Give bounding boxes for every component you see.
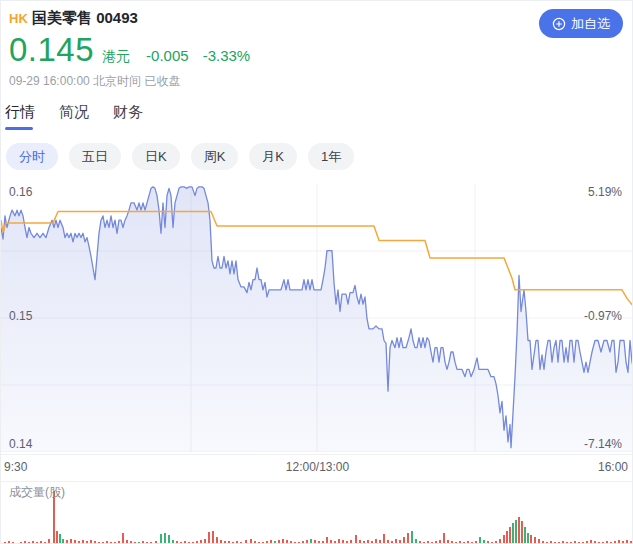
main-tabs: 行情 简况 财务 [5,103,143,130]
price-chart-canvas[interactable] [1,184,633,452]
add-watchlist-label: 加自选 [571,15,610,33]
tab-profile[interactable]: 简况 [59,103,89,130]
price-change: -0.005 [146,47,189,64]
y-axis-label-high: 0.16 [9,185,32,199]
period-1year[interactable]: 1年 [308,143,354,170]
chart-divider [1,454,633,455]
tab-quotes[interactable]: 行情 [5,103,35,130]
x-axis-label-noon: 12:00/13:00 [1,460,633,474]
period-monthly-k[interactable]: 月K [249,143,297,170]
currency-label: 港元 [102,48,130,66]
last-price: 0.145 [9,31,94,69]
price-change-percent: -3.33% [203,47,251,64]
quote-status-line: 09-29 16:00:00 北京时间 已收盘 [9,73,180,90]
price-row: 0.145 港元 -0.005 -3.33% [9,31,250,69]
volume-divider [1,481,633,482]
pct-axis-label-high: 5.19% [588,185,622,199]
pct-axis-label-low: -7.14% [584,437,622,451]
period-daily-k[interactable]: 日K [132,143,180,170]
period-intraday[interactable]: 分时 [6,143,58,170]
volume-chart-canvas[interactable] [1,485,633,544]
market-tag: HK [9,11,28,26]
volume-label: 成交量(股) [9,484,65,501]
add-watchlist-button[interactable]: 加自选 [539,9,623,38]
period-tabs: 分时 五日 日K 周K 月K 1年 [6,143,354,170]
period-5day[interactable]: 五日 [69,143,121,170]
tab-financials[interactable]: 财务 [113,103,143,130]
pct-axis-label-mid: -0.97% [584,309,622,323]
plus-circle-icon [552,17,566,31]
stock-title: 国美零售 00493 [32,9,138,28]
y-axis-label-low: 0.14 [9,437,32,451]
y-axis-label-mid: 0.15 [9,309,32,323]
stock-quote-card: HK 国美零售 00493 加自选 0.145 港元 -0.005 -3.33%… [0,0,633,544]
x-axis-label-close: 16:00 [598,460,628,474]
period-weekly-k[interactable]: 周K [191,143,239,170]
